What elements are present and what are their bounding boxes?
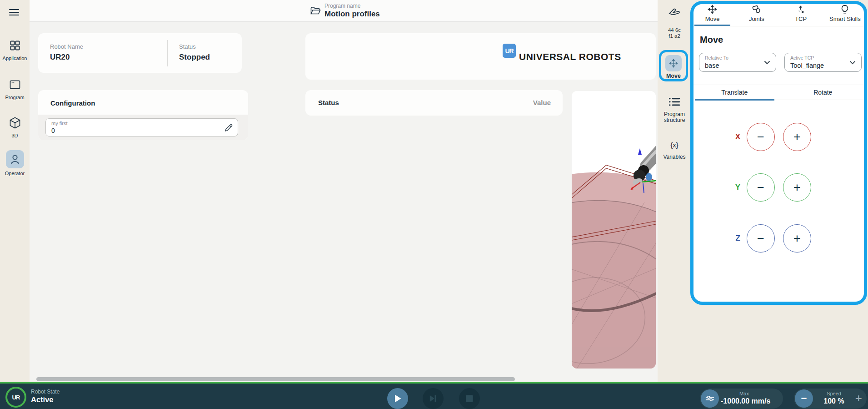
speed-increase-button[interactable]: + bbox=[855, 391, 862, 405]
variables-label: Variables bbox=[658, 154, 691, 160]
operator-selected-highlight bbox=[6, 150, 24, 168]
tab-label: Joints bbox=[749, 15, 764, 22]
application-grid-icon bbox=[0, 36, 30, 55]
move-arrows-icon bbox=[669, 59, 678, 68]
relative-to-label: Relative To bbox=[705, 55, 728, 61]
config-field-value: 0 bbox=[51, 127, 55, 134]
move-panel: Move Joints TCP bbox=[690, 1, 867, 305]
safety-checksum-line1: 44 6c bbox=[658, 27, 691, 33]
max-speed-pill: Max -1000.00 mm/s bbox=[700, 389, 783, 409]
active-tcp-label: Active TCP bbox=[790, 55, 814, 61]
sliders-icon bbox=[705, 395, 714, 402]
jog-z-minus-button[interactable]: − bbox=[747, 224, 775, 252]
move-panel-button-label: Move bbox=[658, 73, 689, 79]
robot-status-value: Stopped bbox=[179, 53, 210, 62]
card-divider bbox=[167, 40, 168, 66]
tab-smart-skills[interactable]: Smart Skills bbox=[823, 1, 867, 26]
ur-logo-mark: UR bbox=[503, 44, 516, 58]
horizontal-scrollbar-thumb[interactable] bbox=[36, 377, 515, 381]
jog-row-z: Z − + bbox=[729, 224, 848, 252]
move-panel-button[interactable] bbox=[665, 55, 682, 71]
speed-readout: Speed 100 % bbox=[815, 389, 853, 409]
skip-next-icon bbox=[429, 394, 437, 403]
jog-z-plus-button[interactable]: + bbox=[783, 224, 811, 252]
tab-rotate[interactable]: Rotate bbox=[779, 85, 868, 100]
max-value: -1000.00 mm/s bbox=[721, 397, 768, 405]
polyscope-screen: Application Program 3D bbox=[0, 0, 868, 409]
robot-status-label: Status bbox=[179, 43, 210, 50]
relative-to-dropdown[interactable]: Relative To base bbox=[699, 53, 776, 72]
program-structure-list-icon bbox=[668, 97, 680, 106]
jog-row-x: X − + bbox=[729, 123, 848, 151]
program-name-button[interactable]: Program name Motion profiles bbox=[310, 3, 380, 19]
variables-button[interactable]: {x} Variables bbox=[658, 141, 691, 160]
configuration-body: my first 0 bbox=[38, 115, 248, 140]
axis-y-label: Y bbox=[729, 183, 740, 192]
folder-open-icon bbox=[310, 6, 321, 15]
robot-state-label: Robot State bbox=[31, 389, 60, 395]
speed-decrease-button[interactable]: − bbox=[795, 389, 813, 408]
hamburger-menu-icon[interactable] bbox=[9, 9, 19, 16]
status-table-card: Status Value bbox=[305, 90, 563, 116]
tab-label: Smart Skills bbox=[829, 15, 861, 22]
stop-icon bbox=[466, 395, 473, 402]
tab-tcp[interactable]: TCP bbox=[779, 1, 823, 26]
active-tcp-dropdown[interactable]: Active TCP Tool_flange bbox=[784, 53, 862, 72]
axis-x-label: X bbox=[729, 132, 740, 141]
program-structure-button[interactable]: Program structure bbox=[658, 97, 691, 123]
robot-state-value: Active bbox=[31, 395, 54, 404]
tab-move[interactable]: Move bbox=[690, 1, 734, 26]
configuration-title: Configuration bbox=[50, 99, 95, 107]
config-field-my-first[interactable]: my first 0 bbox=[45, 118, 238, 136]
tab-label: Move bbox=[705, 15, 720, 22]
3d-viewport[interactable] bbox=[572, 91, 656, 369]
tab-label: TCP bbox=[795, 15, 807, 22]
safety-checksum-line2: f1 a2 bbox=[658, 33, 691, 39]
configuration-card: Configuration my first 0 bbox=[38, 90, 248, 140]
sidebar-item-label: 3D bbox=[0, 133, 30, 138]
program-window-icon bbox=[0, 76, 30, 94]
brand-card: UR UNIVERSAL ROBOTS bbox=[305, 33, 656, 80]
stop-button[interactable] bbox=[459, 388, 480, 409]
variables-icon: {x} bbox=[658, 141, 691, 149]
speed-settings-button[interactable] bbox=[701, 389, 719, 408]
robot-state-badge[interactable]: UR bbox=[5, 387, 26, 408]
edit-pencil-icon[interactable] bbox=[224, 123, 233, 132]
sidebar-item-operator[interactable]: Operator bbox=[0, 150, 30, 176]
move-arrows-icon bbox=[708, 5, 717, 14]
left-sidebar: Application Program 3D bbox=[0, 0, 30, 382]
tab-translate[interactable]: Translate bbox=[690, 85, 779, 100]
play-icon bbox=[394, 394, 402, 403]
sidebar-item-program[interactable]: Program bbox=[0, 76, 30, 100]
jog-x-minus-button[interactable]: − bbox=[747, 123, 775, 151]
program-name-label: Program name bbox=[324, 3, 380, 9]
program-structure-label-line2: structure bbox=[658, 117, 691, 123]
jog-y-plus-button[interactable]: + bbox=[783, 173, 811, 202]
status-table-title: Status bbox=[318, 99, 339, 106]
tab-joints[interactable]: Joints bbox=[734, 1, 778, 26]
tcp-icon bbox=[796, 5, 806, 14]
panel-tab-bar: Move Joints TCP bbox=[690, 1, 867, 26]
speed-label: Speed bbox=[815, 391, 853, 396]
hand-guide-icon bbox=[668, 6, 681, 19]
max-speed-readout: Max -1000.00 mm/s bbox=[721, 389, 768, 409]
top-header: Program name Motion profiles bbox=[30, 0, 658, 22]
sidebar-item-application[interactable]: Application bbox=[0, 36, 30, 61]
play-button[interactable] bbox=[387, 388, 408, 409]
jog-row-y: Y − + bbox=[729, 173, 848, 202]
sidebar-item-3d[interactable]: 3D bbox=[0, 114, 30, 138]
jog-x-plus-button[interactable]: + bbox=[783, 123, 811, 151]
status-table-value-header: Value bbox=[533, 99, 551, 106]
jog-y-minus-button[interactable]: − bbox=[747, 173, 775, 202]
robot-name-label: Robot Name bbox=[50, 43, 83, 50]
step-button[interactable] bbox=[423, 388, 444, 409]
hand-guide-button[interactable] bbox=[658, 6, 691, 20]
minus-icon: − bbox=[801, 393, 807, 404]
panel-title: Move bbox=[700, 35, 723, 45]
robot-name-value: UR20 bbox=[50, 53, 83, 62]
cube-3d-icon bbox=[0, 114, 30, 132]
sidebar-item-label: Operator bbox=[0, 171, 30, 176]
axis-z-label: Z bbox=[729, 234, 740, 243]
translate-rotate-tabs: Translate Rotate bbox=[690, 85, 867, 100]
active-tcp-value: Tool_flange bbox=[790, 62, 824, 69]
